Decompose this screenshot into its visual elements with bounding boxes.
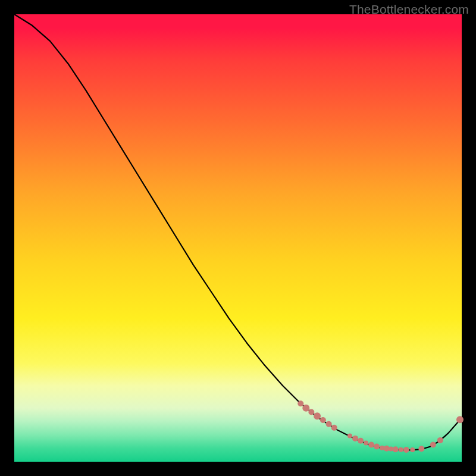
- marker-dot: [393, 446, 399, 452]
- marker-dot: [410, 447, 415, 452]
- marker-dot: [374, 443, 380, 449]
- marker-dot: [314, 412, 321, 419]
- marker-dot: [302, 405, 309, 412]
- marker-dot: [320, 417, 326, 423]
- marker-dot: [384, 446, 390, 452]
- marker-dot: [298, 400, 303, 406]
- marker-dot: [430, 441, 436, 447]
- marker-dot: [364, 440, 368, 445]
- marker-dot: [368, 441, 374, 447]
- marker-dot: [399, 447, 403, 452]
- marker-dot: [326, 421, 332, 427]
- marker-dot: [418, 446, 424, 452]
- marker-dot: [331, 425, 337, 431]
- marker-dot: [437, 437, 443, 443]
- marker-dot: [308, 409, 314, 415]
- marker-dot: [347, 433, 352, 438]
- chart-stage: TheBottlenecker.com: [0, 0, 476, 476]
- marker-dot: [456, 416, 464, 423]
- plot-area: [14, 14, 462, 462]
- chart-svg: [14, 14, 462, 462]
- marker-group: [298, 400, 464, 453]
- marker-dot: [352, 436, 358, 441]
- marker-dot: [358, 438, 364, 444]
- curve-line: [14, 14, 462, 450]
- marker-dot: [403, 447, 409, 453]
